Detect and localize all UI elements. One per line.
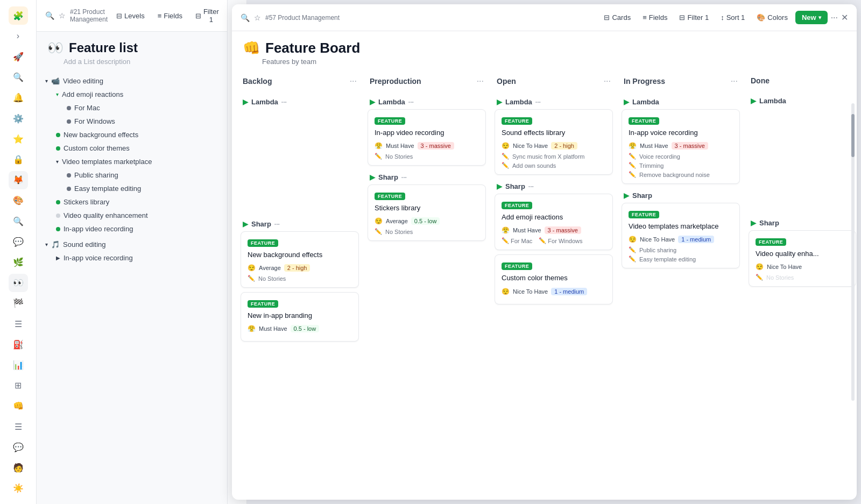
tree-item-add-emoji[interactable]: ▾ Add emoji reactions	[41, 88, 223, 101]
star-icon[interactable]: ⭐	[9, 130, 28, 148]
branch-icon[interactable]: 🌿	[9, 253, 28, 271]
gear-icon[interactable]: ⚙️	[9, 109, 28, 127]
group-more-icon[interactable]: ···	[535, 98, 541, 106]
board-new-button[interactable]: New ▾	[795, 11, 828, 24]
tree-item-for-mac[interactable]: For Mac	[41, 101, 223, 115]
column-more-icon[interactable]: ···	[731, 76, 738, 86]
group-row-sharp[interactable]: ▶ Sharp ···	[495, 179, 613, 194]
group-more-icon[interactable]: ···	[528, 183, 534, 190]
group-more-icon[interactable]: ···	[401, 174, 407, 181]
flag-icon[interactable]: 🏁	[9, 294, 28, 313]
card-sound-effects-library[interactable]: FEATURE Sound effects library 😌 Nice To …	[495, 109, 613, 175]
board-cards-button[interactable]: ⊟ Cards	[599, 11, 635, 24]
list-search-icon[interactable]: 🔍	[45, 11, 54, 20]
group-row-lambda[interactable]: ▶ Lambda	[622, 95, 740, 109]
list-subtitle: Add a List description	[63, 58, 216, 66]
column-more-icon[interactable]: ···	[604, 76, 611, 86]
fist-icon[interactable]: 👊	[9, 397, 28, 415]
list-header-left: 🔍 ☆ #21 Product Management	[45, 8, 108, 23]
priority-score: 2 - high	[284, 264, 310, 272]
group-row-sharp[interactable]: ▶ Sharp ···	[368, 170, 486, 184]
tree-item-new-bg[interactable]: New background effects	[41, 128, 223, 141]
search-icon[interactable]: 🔍	[9, 68, 28, 87]
card-custom-color-themes[interactable]: FEATURE Custom color themes 😌 Nice To Ha…	[495, 254, 613, 304]
card-priority: Must Have	[513, 227, 541, 233]
board-search-icon[interactable]: 🔍	[241, 13, 250, 22]
group-row-sharp[interactable]: ▶ Sharp	[749, 216, 856, 230]
scrollbar-thumb[interactable]	[851, 114, 855, 157]
eyes-icon[interactable]: 👀	[9, 274, 28, 292]
group-row-sharp[interactable]: ▶ Sharp ···	[241, 217, 359, 231]
funnel-icon[interactable]: ⛽	[9, 335, 28, 353]
rocket-icon[interactable]: 🚀	[9, 47, 28, 66]
paint-icon[interactable]: 🎨	[9, 191, 28, 210]
sun-icon[interactable]: ☀️	[9, 479, 28, 498]
board-star-icon[interactable]: ☆	[254, 13, 261, 22]
tree-item-for-windows[interactable]: For Windows	[41, 115, 223, 128]
card-inapp-voice-recording[interactable]: FEATURE In-app voice recording 😤 Must Ha…	[622, 109, 740, 184]
board-fields-button[interactable]: ≡ Fields	[638, 11, 672, 24]
story-icon: ✏️	[375, 153, 382, 160]
board-close-icon[interactable]: ✕	[841, 12, 848, 23]
chat2-icon[interactable]: 💬	[9, 438, 28, 456]
filter-button[interactable]: ⊟ Filter 1	[191, 5, 223, 26]
bell-icon[interactable]: 🔔	[9, 89, 28, 107]
kanban-column-done: Done ▶ Lambda ▶ Sharp FEATURE	[749, 72, 856, 491]
group-row-sharp[interactable]: ▶ Sharp	[622, 188, 740, 203]
tree-item-sound-editing[interactable]: ▾ 🎵 Sound editing	[41, 238, 223, 251]
chevron-down-icon: ▾	[45, 242, 48, 247]
tree-item-custom-color[interactable]: Custom color themes	[41, 141, 223, 155]
levels-button[interactable]: ⊟ Levels	[112, 10, 149, 22]
tree-item-video-quality[interactable]: Video quality enhancement	[41, 209, 223, 222]
priority-score: 1 - medium	[678, 236, 714, 243]
expand-sidebar-icon[interactable]: ›	[9, 27, 28, 45]
board-colors-button[interactable]: 🎨 Colors	[752, 11, 792, 24]
card-new-background-effects[interactable]: FEATURE New background effects 😌 Average…	[241, 231, 359, 288]
group-label-sharp: Sharp	[759, 219, 779, 227]
board-filter-button[interactable]: ⊟ Filter 1	[675, 11, 713, 24]
priority-score: 0.5 - low	[291, 325, 320, 332]
group-more-icon[interactable]: ···	[281, 98, 287, 106]
person-icon[interactable]: 🧑	[9, 458, 28, 477]
fox-icon[interactable]: 🦊	[9, 171, 28, 189]
group-more-icon[interactable]: ···	[274, 221, 280, 228]
tree-item-stickers[interactable]: Stickers library	[41, 195, 223, 209]
lines2-icon[interactable]: ☰	[9, 417, 28, 436]
card-new-inapp-branding[interactable]: FEATURE New in-app branding 😤 Must Have …	[241, 292, 359, 342]
group-row-lambda[interactable]: ▶ Lambda ···	[495, 95, 613, 109]
fields-icon: ≡	[158, 12, 162, 20]
column-more-icon[interactable]: ···	[350, 76, 357, 86]
vertical-scrollbar[interactable]	[851, 103, 855, 401]
chat-icon[interactable]: 💬	[9, 232, 28, 251]
tree-item-public-sharing[interactable]: Public sharing	[41, 168, 223, 182]
app-logo-icon[interactable]: 🧩	[9, 6, 28, 25]
list-icon[interactable]: ☰	[9, 315, 28, 333]
bar-icon[interactable]: 📊	[9, 356, 28, 374]
card-stickers-library[interactable]: FEATURE Stickers library 😌 Average 0.5 -…	[368, 184, 486, 241]
group-row-lambda[interactable]: ▶ Lambda	[749, 94, 856, 108]
card-video-templates-marketplace[interactable]: FEATURE Video templates marketplace 😌 Ni…	[622, 203, 740, 268]
tree-item-video-editing[interactable]: ▾ 📹 Video editing	[41, 74, 223, 88]
group-row-lambda[interactable]: ▶ Lambda ···	[368, 95, 486, 109]
story-icon: ✏️	[629, 171, 636, 178]
group-more-icon[interactable]: ···	[408, 98, 414, 106]
card-video-quality[interactable]: FEATURE Video quality enha... 😌 Nice To …	[749, 230, 856, 287]
board-more-icon[interactable]: ···	[831, 13, 838, 23]
group-row-lambda[interactable]: ▶ Lambda ···	[241, 95, 359, 109]
card-inapp-video-recording[interactable]: FEATURE In-app video recording 😤 Must Ha…	[368, 109, 486, 166]
list-star-icon[interactable]: ☆	[59, 11, 66, 20]
group-arrow-icon: ▶	[751, 219, 756, 227]
grid-icon[interactable]: ⊞	[9, 377, 28, 395]
tree-item-easy-template[interactable]: Easy template editing	[41, 182, 223, 195]
lock-icon[interactable]: 🔒	[9, 150, 28, 168]
card-add-emoji-reactions[interactable]: FEATURE Add emoji reactions 😤 Must Have …	[495, 194, 613, 250]
column-more-icon[interactable]: ···	[477, 76, 484, 86]
tree-item-in-app-voice[interactable]: ▶ In-app voice recording	[41, 251, 223, 265]
board-sort-button[interactable]: ↕ Sort 1	[716, 11, 749, 24]
search2-icon[interactable]: 🔍	[9, 212, 28, 230]
fields-button[interactable]: ≡ Fields	[153, 10, 187, 22]
dot-icon	[56, 200, 60, 204]
column-body-done: ▶ Lambda ▶ Sharp FEATURE Video quality e…	[749, 94, 856, 491]
tree-item-in-app-recording[interactable]: In-app video recording	[41, 222, 223, 236]
tree-item-video-templates[interactable]: ▾ Video templates marketplace	[41, 155, 223, 168]
